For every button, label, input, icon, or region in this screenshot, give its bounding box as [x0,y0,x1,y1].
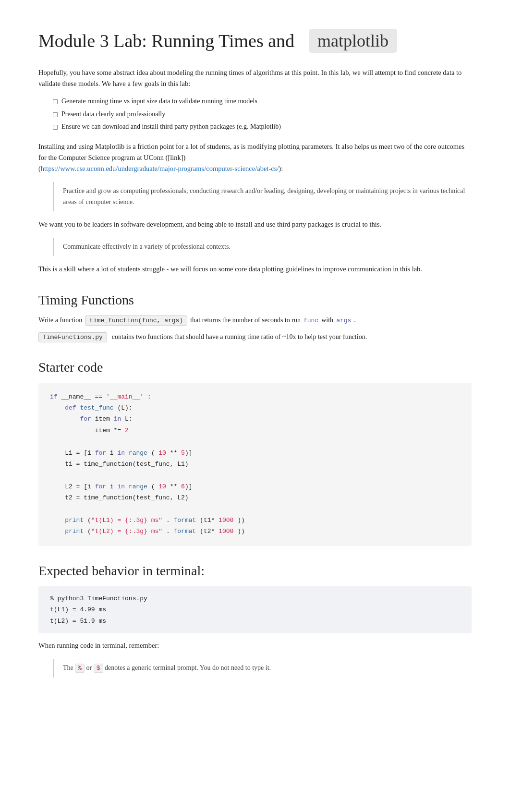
starter-code-block: if __name__ == '__main__' : def test_fun… [38,383,472,546]
section-starter-heading: Starter code [38,360,472,375]
terminal-line-2: t(L1) = 4.99 ms [50,604,460,615]
percent-sign: % [75,664,85,673]
goal-item-3: Ensure we can download and install third… [53,121,472,132]
or-text: or [86,664,92,671]
code-line-2: def test_func (L): [50,402,460,413]
matplotlib-badge: matplotlib [309,29,397,53]
code-line-12: print ("t(L1) = {:.3g} ms" . format (t1*… [50,515,460,526]
blockquote-terminal: The % or $ denotes a generic terminal pr… [53,659,472,678]
write-label: Write a function [38,316,82,324]
blockquote-communicate: Communicate effectively in a variety of … [53,238,472,256]
terminal-line-1: % python3 TimeFunctions.py [50,593,460,604]
timefunctions-file: TimeFunctions.py [38,332,107,342]
code-line-7: t1 = time_function(test_func, L1) [50,459,460,470]
code-line-5 [50,436,460,447]
blockquote-practice: Practice and grow as computing professio… [53,182,472,211]
write-function-row: Write a function time_function(func, arg… [38,315,472,326]
code-line-4: item *= 2 [50,425,460,436]
code-line-1: if __name__ == '__main__' : [50,391,460,402]
timefunctions-row: TimeFunctions.py contains two functions … [38,332,472,342]
terminal-output-block: % python3 TimeFunctions.py t(L1) = 4.99 … [38,586,472,633]
code-line-6: L1 = [i for i in range ( 10 ** 5)] [50,448,460,459]
args-keyword: args [336,317,351,324]
running-paragraph: When running code in terminal, remember: [38,640,472,651]
write-desc: that returns the number of seconds to ru… [190,316,301,324]
code-line-10: t2 = time_function(test_func, L2) [50,492,460,503]
func-signature: time_function(func, args) [85,315,187,326]
with-text: with [321,316,333,324]
code-line-13: print ("t(L2) = {:.3g} ms" . format (t2*… [50,526,460,537]
timefunctions-desc: contains two functions that should have … [112,333,367,341]
section-timing-heading: Timing Functions [38,292,472,308]
code-line-9: L2 = [i for i in range ( 10 ** 6)] [50,481,460,492]
code-line-8 [50,470,460,481]
page-title: Module 3 Lab: Running Times and matplotl… [38,29,472,53]
func-keyword: func [304,317,318,324]
goal-item-2: Present data clearly and professionally [53,109,472,120]
dollar-sign: $ [94,664,103,673]
intro-paragraph: Hopefully, you have some abstract idea a… [38,67,472,89]
install-paragraph: Installing and using Matplotlib is a fri… [38,141,472,175]
section-expected-heading: Expected behavior in terminal: [38,563,472,579]
goal-item-1: Generate running time vs input size data… [53,96,472,107]
prompt-desc: denotes a generic terminal prompt. You d… [105,664,271,671]
goals-list: Generate running time vs input size data… [53,96,472,132]
software-paragraph: We want you to be leaders in software de… [38,219,472,230]
the-text: The [63,664,73,671]
code-line-11 [50,504,460,515]
abet-link[interactable]: https://www.cse.uconn.edu/undergraduate/… [41,165,279,172]
terminal-line-3: t(L2) = 51.9 ms [50,616,460,627]
skill-paragraph: This is a skill where a lot of students … [38,264,472,275]
code-line-3: for item in L: [50,413,460,424]
